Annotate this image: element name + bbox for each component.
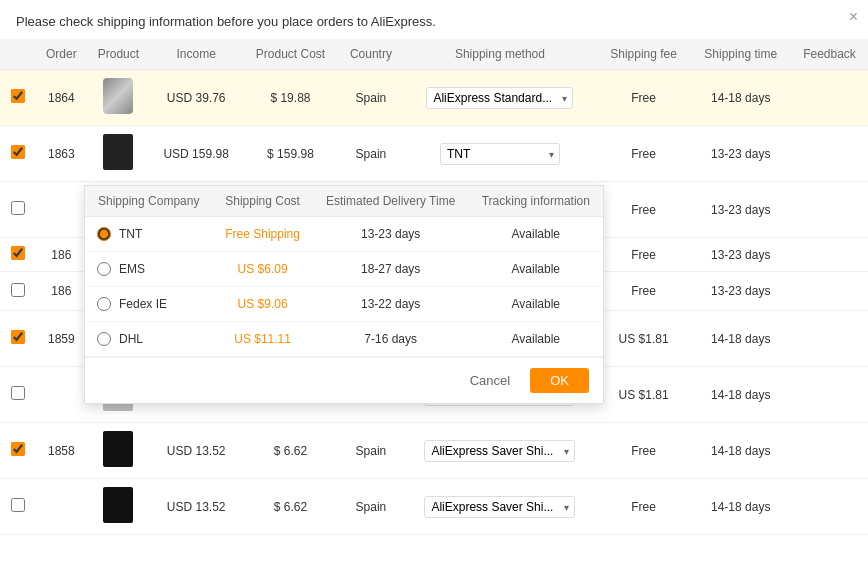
table-header-row: Order Product Income Product Cost Countr… [0, 39, 868, 70]
row-checkbox[interactable] [11, 442, 25, 456]
company-name: DHL [119, 332, 143, 346]
col-income: Income [150, 39, 242, 70]
shipping-select[interactable]: AliExpress Saver Shi... [424, 440, 575, 462]
shipping-select-wrapper[interactable]: AliExpress Saver Shi... [424, 440, 575, 462]
row-checkbox-cell[interactable] [0, 367, 36, 423]
row-checkbox-cell[interactable] [0, 311, 36, 367]
product-cost-value: $ 6.62 [242, 479, 339, 535]
dropdown-tracking-cell: Available [469, 287, 603, 322]
feedback-cell [791, 479, 868, 535]
shipping-radio[interactable] [97, 332, 111, 346]
shipping-fee-value: US $1.81 [597, 367, 691, 423]
shipping-method-cell[interactable]: AliExpress Saver Shi... [403, 479, 597, 535]
shipping-time-value: 13-23 days [690, 126, 791, 182]
col-country: Country [339, 39, 403, 70]
dropdown-company-cell[interactable]: Fedex IE [85, 287, 212, 322]
ok-button[interactable]: OK [530, 368, 589, 393]
shipping-select[interactable]: AliExpress Standard... [426, 87, 573, 109]
col-shipping-time: Shipping time [690, 39, 791, 70]
dropdown-company-cell[interactable]: EMS [85, 252, 212, 287]
dropdown-footer: Cancel OK [85, 357, 603, 403]
row-checkbox-cell[interactable] [0, 238, 36, 272]
dropdown-row[interactable]: EMS US $6.09 18-27 days Available [85, 252, 603, 287]
notice-text: Please check shipping information before… [0, 0, 868, 39]
row-checkbox[interactable] [11, 386, 25, 400]
shipping-radio[interactable] [97, 227, 111, 241]
order-id: 1863 [36, 126, 87, 182]
shipping-time-value: 14-18 days [690, 367, 791, 423]
row-checkbox[interactable] [11, 201, 25, 215]
col-feedback: Feedback [791, 39, 868, 70]
row-checkbox-cell[interactable] [0, 182, 36, 238]
row-checkbox[interactable] [11, 246, 25, 260]
row-checkbox-cell[interactable] [0, 126, 36, 182]
income-value: USD 13.52 [150, 479, 242, 535]
row-checkbox[interactable] [11, 89, 25, 103]
row-checkbox[interactable] [11, 330, 25, 344]
dropdown-tracking-cell: Available [469, 217, 603, 252]
shipping-time-value: 14-18 days [690, 311, 791, 367]
shipping-select-wrapper[interactable]: TNT [440, 143, 560, 165]
company-name: Fedex IE [119, 297, 167, 311]
dropdown-cost-cell: US $6.09 [212, 252, 312, 287]
dropdown-row[interactable]: TNT Free Shipping 13-23 days Available [85, 217, 603, 252]
dropdown-row[interactable]: DHL US $11.11 7-16 days Available [85, 322, 603, 357]
shipping-method-cell[interactable]: TNT [403, 126, 597, 182]
cancel-button[interactable]: Cancel [460, 368, 520, 393]
feedback-cell [791, 272, 868, 311]
shipping-select-wrapper[interactable]: AliExpress Saver Shi... [424, 496, 575, 518]
dropdown-company-cell[interactable]: DHL [85, 322, 212, 357]
product-image-cell [87, 70, 150, 126]
dropdown-delivery-cell: 13-23 days [313, 217, 469, 252]
shipping-select[interactable]: AliExpress Saver Shi... [424, 496, 575, 518]
row-checkbox-cell[interactable] [0, 423, 36, 479]
dropdown-tracking-cell: Available [469, 322, 603, 357]
product-image [103, 78, 133, 114]
row-checkbox[interactable] [11, 498, 25, 512]
row-checkbox-cell[interactable] [0, 70, 36, 126]
shipping-method-cell[interactable]: AliExpress Saver Shi... [403, 423, 597, 479]
shipping-fee-value: Free [597, 479, 691, 535]
dropdown-col-delivery: Estimated Delivery Time [313, 186, 469, 217]
col-shipping-fee: Shipping fee [597, 39, 691, 70]
shipping-option-label[interactable]: EMS [97, 262, 200, 276]
product-image-cell [87, 479, 150, 535]
row-checkbox[interactable] [11, 283, 25, 297]
country-value: Spain [339, 70, 403, 126]
company-name: TNT [119, 227, 142, 241]
shipping-option-label[interactable]: DHL [97, 332, 200, 346]
shipping-fee-value: Free [597, 70, 691, 126]
dropdown-col-company: Shipping Company [85, 186, 212, 217]
dropdown-row[interactable]: Fedex IE US $9.06 13-22 days Available [85, 287, 603, 322]
product-image [103, 487, 133, 523]
company-name: EMS [119, 262, 145, 276]
dropdown-cost-cell: US $9.06 [212, 287, 312, 322]
feedback-cell [791, 367, 868, 423]
product-cost-value: $ 6.62 [242, 423, 339, 479]
dropdown-delivery-cell: 7-16 days [313, 322, 469, 357]
shipping-time-value: 14-18 days [690, 70, 791, 126]
income-value: USD 159.98 [150, 126, 242, 182]
table-row: 1858 USD 13.52 $ 6.62 Spain AliExpress S… [0, 423, 868, 479]
shipping-select-wrapper[interactable]: AliExpress Standard... [426, 87, 573, 109]
order-id: 1859 [36, 311, 87, 367]
country-value: Spain [339, 126, 403, 182]
dropdown-company-cell[interactable]: TNT [85, 217, 212, 252]
shipping-fee-value: Free [597, 126, 691, 182]
close-button[interactable]: × [849, 8, 858, 26]
shipping-select[interactable]: TNT [440, 143, 560, 165]
shipping-radio[interactable] [97, 297, 111, 311]
shipping-option-label[interactable]: TNT [97, 227, 200, 241]
shipping-option-label[interactable]: Fedex IE [97, 297, 200, 311]
product-image [103, 431, 133, 467]
row-checkbox-cell[interactable] [0, 479, 36, 535]
feedback-cell [791, 423, 868, 479]
shipping-method-cell[interactable]: AliExpress Standard... [403, 70, 597, 126]
row-checkbox-cell[interactable] [0, 272, 36, 311]
order-id: 1864 [36, 70, 87, 126]
row-checkbox[interactable] [11, 145, 25, 159]
shipping-radio[interactable] [97, 262, 111, 276]
dropdown-delivery-cell: 13-22 days [313, 287, 469, 322]
order-id [36, 479, 87, 535]
dropdown-delivery-cell: 18-27 days [313, 252, 469, 287]
